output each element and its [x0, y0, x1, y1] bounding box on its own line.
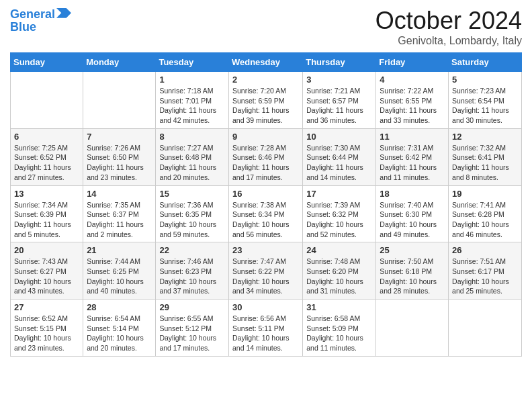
day-number: 13: [14, 189, 79, 199]
day-info: Sunrise: 7:18 AM Sunset: 7:01 PM Dayligh…: [159, 86, 225, 126]
day-number: 4: [380, 75, 445, 85]
day-info: Sunrise: 7:50 AM Sunset: 6:18 PM Dayligh…: [380, 257, 445, 296]
month-title: October 2024: [375, 7, 522, 35]
calendar-cell: 18Sunrise: 7:40 AM Sunset: 6:30 PM Dayli…: [376, 185, 449, 242]
day-info: Sunrise: 7:38 AM Sunset: 6:34 PM Dayligh…: [232, 200, 299, 240]
calendar-row: 20Sunrise: 7:43 AM Sunset: 6:27 PM Dayli…: [11, 242, 522, 300]
day-number: 31: [306, 302, 372, 312]
day-info: Sunrise: 7:30 AM Sunset: 6:44 PM Dayligh…: [306, 143, 372, 183]
logo-icon: [56, 8, 71, 23]
day-info: Sunrise: 7:43 AM Sunset: 6:27 PM Dayligh…: [14, 257, 79, 296]
day-number: 12: [452, 132, 518, 142]
day-number: 11: [380, 132, 445, 142]
day-info: Sunrise: 7:47 AM Sunset: 6:22 PM Dayligh…: [232, 257, 299, 296]
day-info: Sunrise: 6:58 AM Sunset: 5:09 PM Dayligh…: [306, 314, 372, 353]
day-number: 29: [159, 302, 225, 312]
day-number: 8: [159, 132, 225, 142]
col-tuesday: Tuesday: [156, 53, 229, 72]
calendar-cell: [11, 72, 83, 129]
calendar-cell: 24Sunrise: 7:48 AM Sunset: 6:20 PM Dayli…: [303, 242, 376, 300]
day-number: 1: [159, 75, 225, 85]
calendar-cell: 27Sunrise: 6:52 AM Sunset: 5:15 PM Dayli…: [11, 300, 83, 357]
calendar-cell: 15Sunrise: 7:36 AM Sunset: 6:35 PM Dayli…: [156, 185, 229, 242]
day-number: 21: [87, 245, 152, 255]
day-info: Sunrise: 7:39 AM Sunset: 6:32 PM Dayligh…: [306, 200, 372, 240]
day-number: 26: [452, 245, 518, 255]
calendar-cell: [83, 72, 156, 129]
day-number: 5: [452, 75, 518, 85]
calendar-cell: 17Sunrise: 7:39 AM Sunset: 6:32 PM Dayli…: [303, 185, 376, 242]
col-thursday: Thursday: [303, 53, 376, 72]
calendar-cell: 10Sunrise: 7:30 AM Sunset: 6:44 PM Dayli…: [303, 128, 376, 185]
day-info: Sunrise: 7:27 AM Sunset: 6:48 PM Dayligh…: [159, 143, 225, 183]
col-saturday: Saturday: [449, 53, 522, 72]
logo: General Blue: [10, 7, 71, 34]
calendar-cell: 21Sunrise: 7:44 AM Sunset: 6:25 PM Dayli…: [83, 242, 156, 300]
day-info: Sunrise: 7:21 AM Sunset: 6:57 PM Dayligh…: [306, 86, 372, 126]
day-info: Sunrise: 6:55 AM Sunset: 5:12 PM Dayligh…: [159, 314, 225, 353]
calendar-cell: [376, 300, 449, 357]
calendar-cell: 16Sunrise: 7:38 AM Sunset: 6:34 PM Dayli…: [228, 185, 302, 242]
day-number: 2: [232, 75, 299, 85]
day-number: 25: [380, 245, 445, 255]
calendar-cell: 7Sunrise: 7:26 AM Sunset: 6:50 PM Daylig…: [83, 128, 156, 185]
day-number: 16: [232, 189, 299, 199]
calendar-cell: 2Sunrise: 7:20 AM Sunset: 6:59 PM Daylig…: [228, 72, 302, 129]
day-info: Sunrise: 7:34 AM Sunset: 6:39 PM Dayligh…: [14, 200, 79, 240]
day-info: Sunrise: 7:48 AM Sunset: 6:20 PM Dayligh…: [306, 257, 372, 296]
day-info: Sunrise: 7:20 AM Sunset: 6:59 PM Dayligh…: [232, 86, 299, 126]
calendar-cell: 28Sunrise: 6:54 AM Sunset: 5:14 PM Dayli…: [83, 300, 156, 357]
calendar-cell: 25Sunrise: 7:50 AM Sunset: 6:18 PM Dayli…: [376, 242, 449, 300]
day-info: Sunrise: 6:52 AM Sunset: 5:15 PM Dayligh…: [14, 314, 79, 353]
col-friday: Friday: [376, 53, 449, 72]
day-info: Sunrise: 7:35 AM Sunset: 6:37 PM Dayligh…: [87, 200, 152, 240]
calendar-cell: 13Sunrise: 7:34 AM Sunset: 6:39 PM Dayli…: [11, 185, 83, 242]
calendar-cell: 22Sunrise: 7:46 AM Sunset: 6:23 PM Dayli…: [156, 242, 229, 300]
day-info: Sunrise: 7:28 AM Sunset: 6:46 PM Dayligh…: [232, 143, 299, 183]
day-info: Sunrise: 7:23 AM Sunset: 6:54 PM Dayligh…: [452, 86, 518, 126]
calendar-row: 27Sunrise: 6:52 AM Sunset: 5:15 PM Dayli…: [11, 300, 522, 357]
day-number: 28: [87, 302, 152, 312]
day-number: 3: [306, 75, 372, 85]
calendar-cell: 23Sunrise: 7:47 AM Sunset: 6:22 PM Dayli…: [228, 242, 302, 300]
day-info: Sunrise: 7:25 AM Sunset: 6:52 PM Dayligh…: [14, 143, 79, 183]
day-number: 22: [159, 245, 225, 255]
day-info: Sunrise: 7:44 AM Sunset: 6:25 PM Dayligh…: [87, 257, 152, 296]
calendar-cell: 14Sunrise: 7:35 AM Sunset: 6:37 PM Dayli…: [83, 185, 156, 242]
calendar-cell: 20Sunrise: 7:43 AM Sunset: 6:27 PM Dayli…: [11, 242, 83, 300]
day-number: 10: [306, 132, 372, 142]
day-number: 23: [232, 245, 299, 255]
day-info: Sunrise: 7:46 AM Sunset: 6:23 PM Dayligh…: [159, 257, 225, 296]
calendar-cell: [449, 300, 522, 357]
day-number: 15: [159, 189, 225, 199]
day-info: Sunrise: 7:51 AM Sunset: 6:17 PM Dayligh…: [452, 257, 518, 296]
day-number: 6: [14, 132, 79, 142]
day-info: Sunrise: 7:26 AM Sunset: 6:50 PM Dayligh…: [87, 143, 152, 183]
col-monday: Monday: [83, 53, 156, 72]
day-number: 14: [87, 189, 152, 199]
svg-marker-0: [56, 8, 71, 18]
calendar-row: 1Sunrise: 7:18 AM Sunset: 7:01 PM Daylig…: [11, 72, 522, 129]
calendar-cell: 8Sunrise: 7:27 AM Sunset: 6:48 PM Daylig…: [156, 128, 229, 185]
location-title: Genivolta, Lombardy, Italy: [375, 35, 522, 47]
title-block: October 2024 Genivolta, Lombardy, Italy: [375, 7, 522, 47]
day-info: Sunrise: 7:31 AM Sunset: 6:42 PM Dayligh…: [380, 143, 445, 183]
day-number: 9: [232, 132, 299, 142]
day-number: 17: [306, 189, 372, 199]
calendar-cell: 29Sunrise: 6:55 AM Sunset: 5:12 PM Dayli…: [156, 300, 229, 357]
calendar-row: 13Sunrise: 7:34 AM Sunset: 6:39 PM Dayli…: [11, 185, 522, 242]
day-number: 27: [14, 302, 79, 312]
calendar-cell: 3Sunrise: 7:21 AM Sunset: 6:57 PM Daylig…: [303, 72, 376, 129]
calendar-cell: 19Sunrise: 7:41 AM Sunset: 6:28 PM Dayli…: [449, 185, 522, 242]
col-sunday: Sunday: [11, 53, 83, 72]
day-number: 19: [452, 189, 518, 199]
day-number: 24: [306, 245, 372, 255]
calendar-cell: 11Sunrise: 7:31 AM Sunset: 6:42 PM Dayli…: [376, 128, 449, 185]
day-info: Sunrise: 6:56 AM Sunset: 5:11 PM Dayligh…: [232, 314, 299, 353]
calendar-cell: 4Sunrise: 7:22 AM Sunset: 6:55 PM Daylig…: [376, 72, 449, 129]
day-number: 20: [14, 245, 79, 255]
calendar-cell: 31Sunrise: 6:58 AM Sunset: 5:09 PM Dayli…: [303, 300, 376, 357]
day-info: Sunrise: 7:32 AM Sunset: 6:41 PM Dayligh…: [452, 143, 518, 183]
day-number: 7: [87, 132, 152, 142]
col-wednesday: Wednesday: [228, 53, 302, 72]
